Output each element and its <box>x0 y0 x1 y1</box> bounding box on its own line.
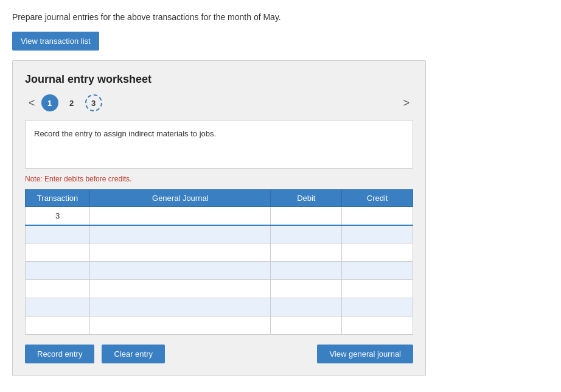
input-debit[interactable] <box>271 262 341 279</box>
input-credit[interactable] <box>342 298 413 316</box>
worksheet-title: Journal entry worksheet <box>25 73 413 86</box>
input-debit[interactable] <box>271 280 341 298</box>
header-debit: Debit <box>271 190 342 207</box>
entry-description-box: Record the entry to assign indirect mate… <box>25 120 413 169</box>
input-general-journal[interactable] <box>90 317 270 334</box>
input-general-journal[interactable] <box>90 298 270 316</box>
worksheet-container: Journal entry worksheet < 1 2 3 > Record… <box>12 60 426 376</box>
cell-general-journal[interactable] <box>90 298 271 317</box>
cell-debit[interactable] <box>271 298 342 317</box>
button-row: Record entry Clear entry View general jo… <box>25 345 413 363</box>
input-debit[interactable] <box>271 207 341 225</box>
cell-general-journal[interactable] <box>90 317 271 335</box>
table-row <box>26 317 413 335</box>
cell-transaction <box>26 262 90 280</box>
header-transaction: Transaction <box>26 190 90 207</box>
input-credit[interactable] <box>342 207 413 225</box>
cell-credit[interactable] <box>342 207 413 225</box>
table-row <box>26 298 413 317</box>
tab-3[interactable]: 3 <box>85 94 102 111</box>
input-debit[interactable] <box>271 226 341 243</box>
note-text: Note: Enter debits before credits. <box>25 175 413 183</box>
input-general-journal[interactable] <box>90 226 270 243</box>
header-general-journal: General Journal <box>90 190 271 207</box>
tab-2[interactable]: 2 <box>63 94 80 111</box>
nav-left-arrow[interactable]: < <box>25 96 39 111</box>
cell-general-journal[interactable] <box>90 243 271 262</box>
cell-debit[interactable] <box>271 243 342 262</box>
cell-credit[interactable] <box>342 317 413 335</box>
cell-debit[interactable] <box>271 225 342 243</box>
table-row <box>26 225 413 243</box>
cell-transaction <box>26 280 90 298</box>
input-general-journal[interactable] <box>90 207 270 225</box>
cell-transaction <box>26 298 90 317</box>
cell-transaction <box>26 317 90 335</box>
table-row <box>26 243 413 262</box>
cell-general-journal[interactable] <box>90 225 271 243</box>
input-credit[interactable] <box>342 226 413 243</box>
header-credit: Credit <box>342 190 413 207</box>
view-general-journal-button[interactable]: View general journal <box>317 345 413 363</box>
input-general-journal[interactable] <box>90 243 270 261</box>
cell-credit[interactable] <box>342 225 413 243</box>
cell-debit[interactable] <box>271 207 342 225</box>
input-general-journal[interactable] <box>90 280 270 298</box>
cell-general-journal[interactable] <box>90 280 271 298</box>
input-debit[interactable] <box>271 243 341 261</box>
entry-description-text: Record the entry to assign indirect mate… <box>34 129 216 138</box>
journal-table: Transaction General Journal Debit Credit… <box>25 189 413 335</box>
cell-credit[interactable] <box>342 262 413 280</box>
tab-1[interactable]: 1 <box>41 94 58 111</box>
record-entry-button[interactable]: Record entry <box>25 345 94 363</box>
input-credit[interactable] <box>342 280 413 298</box>
input-debit[interactable] <box>271 298 341 316</box>
cell-debit[interactable] <box>271 262 342 280</box>
input-credit[interactable] <box>342 262 413 279</box>
cell-general-journal[interactable] <box>90 262 271 280</box>
input-credit[interactable] <box>342 243 413 261</box>
cell-transaction <box>26 225 90 243</box>
cell-debit[interactable] <box>271 280 342 298</box>
input-credit[interactable] <box>342 317 413 334</box>
table-row: 3 <box>26 207 413 225</box>
cell-credit[interactable] <box>342 243 413 262</box>
cell-credit[interactable] <box>342 298 413 317</box>
page-instruction: Prepare journal entries for the above tr… <box>12 12 549 22</box>
cell-credit[interactable] <box>342 280 413 298</box>
input-general-journal[interactable] <box>90 262 270 279</box>
table-row <box>26 262 413 280</box>
clear-entry-button[interactable]: Clear entry <box>102 345 165 363</box>
cell-debit[interactable] <box>271 317 342 335</box>
nav-right-arrow[interactable]: > <box>399 96 413 111</box>
cell-general-journal[interactable] <box>90 207 271 225</box>
view-transaction-button[interactable]: View transaction list <box>12 32 99 51</box>
table-row <box>26 280 413 298</box>
input-debit[interactable] <box>271 317 341 334</box>
cell-transaction <box>26 243 90 262</box>
cell-transaction: 3 <box>26 207 90 225</box>
tab-nav-row: < 1 2 3 > <box>25 94 413 111</box>
